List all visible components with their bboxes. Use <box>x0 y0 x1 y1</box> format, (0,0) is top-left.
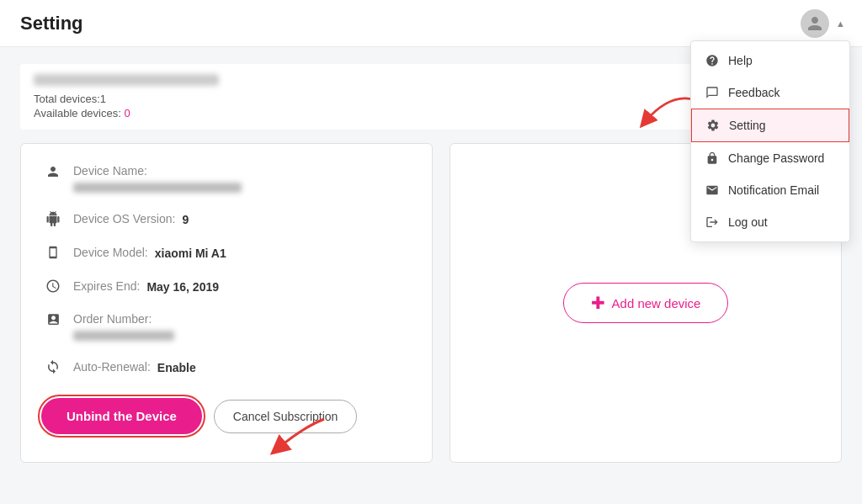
device-model-content: Device Model: xiaomi Mi A1 <box>73 245 412 260</box>
page-title: Setting <box>20 13 83 34</box>
setting-icon <box>705 118 721 133</box>
arrow-dropdown-indicator <box>631 91 698 136</box>
device-model-label: Device Model: <box>73 246 148 259</box>
device-os-label: Device OS Version: <box>73 212 175 225</box>
auto-renewal-value: Enable <box>157 361 196 374</box>
renewal-icon <box>41 359 65 374</box>
device-card: Device Name: Device OS Version: 9 <box>20 143 433 463</box>
add-new-device-label: Add new device <box>612 296 701 310</box>
lock-icon <box>705 151 720 166</box>
device-model-value: xiaomi Mi A1 <box>155 247 226 260</box>
order-number-label: Order Number: <box>73 312 412 326</box>
dropdown-item-notification-email-label: Notification Email <box>728 183 819 197</box>
feedback-icon <box>705 85 720 100</box>
unbind-button-wrapper: Unbind the Device <box>41 398 202 434</box>
expires-value: May 16, 2019 <box>146 280 219 294</box>
dropdown-item-setting-label: Setting <box>729 119 766 132</box>
expires-label: Expires End: <box>73 279 140 293</box>
person-icon <box>41 164 65 179</box>
add-new-device-button[interactable]: ✚ Add new device <box>563 283 729 323</box>
device-os-inline: Device OS Version: 9 <box>73 211 412 226</box>
auto-renewal-field: Auto-Renewal: Enable <box>41 359 412 374</box>
dropdown-item-feedback[interactable]: Feedback <box>691 77 849 109</box>
logout-icon <box>705 215 720 230</box>
auto-renewal-label: Auto-Renewal: <box>73 360 151 374</box>
header-right: ▲ <box>801 9 845 38</box>
android-icon <box>41 211 65 226</box>
order-number-field: Order Number: <box>41 312 412 341</box>
help-icon <box>705 53 720 68</box>
order-number-content: Order Number: <box>73 312 412 341</box>
expires-inline: Expires End: May 16, 2019 <box>73 279 412 294</box>
device-name-content: Device Name: <box>73 164 412 193</box>
dropdown-item-notification-email[interactable]: Notification Email <box>691 174 849 206</box>
page-container: Setting ▲ Help <box>0 0 862 504</box>
user-icon <box>806 15 823 32</box>
unbind-button[interactable]: Unbind the Device <box>41 398 202 434</box>
auto-renewal-content: Auto-Renewal: Enable <box>73 359 412 374</box>
buttons-row: Unbind the Device Cancel Subscription <box>41 398 412 434</box>
dropdown-menu: Help Feedback Setting Chan <box>690 40 850 242</box>
dropdown-item-logout[interactable]: Log out <box>691 206 849 238</box>
auto-renewal-inline: Auto-Renewal: Enable <box>73 359 412 374</box>
plus-icon: ✚ <box>591 294 605 311</box>
device-name-label: Device Name: <box>73 164 412 178</box>
dropdown-item-change-password[interactable]: Change Password <box>691 142 849 174</box>
order-icon <box>41 312 65 326</box>
device-os-value: 9 <box>182 213 189 226</box>
phone-icon <box>41 245 65 260</box>
device-os-content: Device OS Version: 9 <box>73 211 412 226</box>
dropdown-item-change-password-label: Change Password <box>728 151 824 165</box>
device-os-field: Device OS Version: 9 <box>41 211 412 226</box>
device-model-field: Device Model: xiaomi Mi A1 <box>41 245 412 260</box>
device-name-value-blurred <box>73 183 242 193</box>
expires-field: Expires End: May 16, 2019 <box>41 279 412 294</box>
avatar[interactable] <box>801 9 829 38</box>
dropdown-item-setting[interactable]: Setting <box>691 109 849 142</box>
device-model-inline: Device Model: xiaomi Mi A1 <box>73 245 412 260</box>
device-name-field: Device Name: <box>41 164 412 193</box>
arrow-unbind-indicator <box>261 411 337 460</box>
expires-content: Expires End: May 16, 2019 <box>73 279 412 294</box>
dropdown-item-logout-label: Log out <box>728 215 768 229</box>
header: Setting ▲ Help <box>0 0 862 47</box>
chevron-down-icon: ▲ <box>836 19 845 29</box>
dropdown-item-feedback-label: Feedback <box>728 86 780 99</box>
user-email-blurred <box>34 74 219 86</box>
clock-icon <box>41 279 65 294</box>
email-icon <box>705 183 720 198</box>
dropdown-item-help-label: Help <box>728 54 753 67</box>
order-number-value-blurred <box>73 331 174 341</box>
dropdown-item-help[interactable]: Help <box>691 45 849 77</box>
